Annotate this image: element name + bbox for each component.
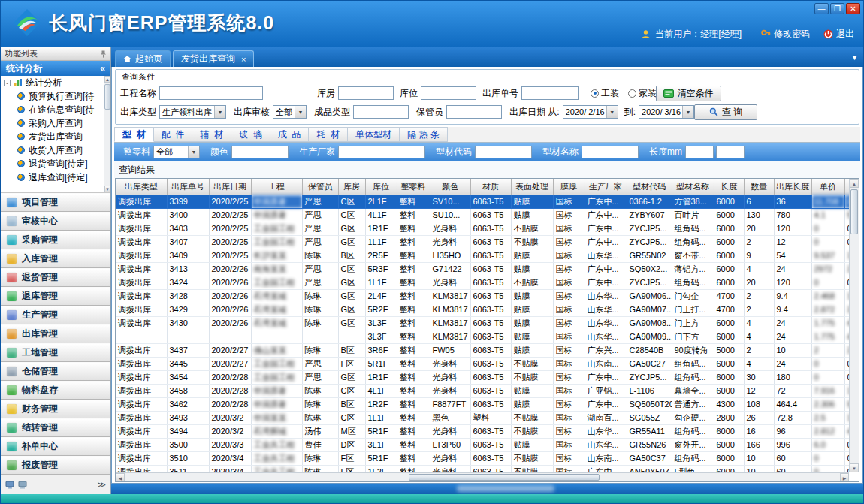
table-row[interactable]: 3L3F整料KLM38176063-T5贴膜国标山东华...GA90M09...… [116,330,849,343]
whole-part-select[interactable]: 全部▼ [153,146,200,158]
tree-item-1[interactable]: 在途信息查询[待 [1,103,104,116]
sidebar-item-7[interactable]: 出库管理 [1,324,110,343]
audit-select[interactable]: 全部▼ [273,105,307,119]
vertical-scrollbar[interactable]: ▲ ▼ [849,179,859,472]
tree-item-2[interactable]: 采购入库查询 [1,116,104,130]
project-name-input[interactable] [159,86,263,100]
column-header[interactable]: 长度 [714,179,744,195]
table-row[interactable]: 调拨出库34072020/2/25工业园工程严思G区1L1F整料光身料6063-… [116,235,849,249]
length-min-input[interactable] [685,146,714,158]
scroll-down-icon[interactable]: ▼ [850,463,859,472]
table-row[interactable]: 调拨出库34932020/3/2华润某某陈琳C区1L1F整料黑色塑料不贴膜国标湖… [116,411,849,424]
tree-expander-icon[interactable]: - [4,80,11,86]
tree-item-0[interactable]: 预算执行查询[待 [1,89,104,103]
tree-item-5[interactable]: 退货查询[待定] [1,157,104,171]
change-password-link[interactable]: 修改密码 [761,28,810,41]
table-row[interactable]: 调拨出库34242020/2/26工业园工程严思G区1L1F整料光身料6063-… [116,276,849,289]
table-row[interactable]: 调拨出库34032020/2/25工业园工程严思G区1R1F整料光身料6063-… [116,222,849,235]
table-row[interactable]: 调拨出库34452020/2/27工业园工程严思F区5R1F整料光身料6063-… [116,357,849,370]
tab-shipment-outbound-query[interactable]: 发货出库查询 × [173,50,254,67]
sidebar-item-3[interactable]: 入库管理 [1,249,110,268]
column-header[interactable]: 生产厂家 [585,179,627,195]
table-row[interactable]: 调拨出库34622020/2/28华润原著陈琳B区1R2F整料F8877FT60… [116,397,849,411]
sidebar-item-6[interactable]: 生产管理 [1,306,110,324]
sidebar-item-10[interactable]: 物料盘存 [1,381,110,400]
table-row[interactable]: 调拨出库34282020/2/26石湾某城陈琳G区2L4F整料KLM381760… [116,289,849,303]
column-header[interactable]: 单价 [811,179,844,195]
sidebar-item-12[interactable]: 结转管理 [1,418,110,437]
scroll-left-icon[interactable]: ◀ [116,473,125,481]
logout-link[interactable]: 退出 [823,28,854,41]
keeper-input[interactable] [446,105,502,119]
scrollbar-thumb[interactable] [409,474,600,481]
column-header[interactable]: 整零料 [397,179,430,195]
column-header[interactable]: 颜色 [430,179,470,195]
tree-item-4[interactable]: 收货入库查询 [1,143,104,157]
tab-home[interactable]: 起始页 [115,50,171,67]
column-header[interactable]: 库房 [338,179,365,195]
warehouse-input[interactable] [338,86,394,100]
column-header[interactable]: 型材代码 [627,179,672,195]
clear-conditions-button[interactable]: 清空条件 [656,86,721,101]
column-header[interactable]: 库位 [365,179,397,195]
column-header[interactable]: 膜厚 [553,179,585,195]
sidebar-item-2[interactable]: 采购管理 [1,231,110,249]
tree-scrollbar[interactable]: ▲ ▼ [104,76,110,192]
sidebar-item-1[interactable]: 审核中心 [1,212,110,231]
scroll-down-icon[interactable]: ▼ [104,186,110,192]
scroll-up-icon[interactable]: ▲ [850,179,859,188]
table-row[interactable]: 调拨出库34372020/2/27佛山某某陈琳B区3R6F整料FW056063-… [116,343,849,357]
tree-item-3[interactable]: 发货出库查询 [1,130,104,143]
table-row[interactable]: 调拨出库35102020/3/4工业共工程陈琳F区5R1F整料光身料6063-T… [116,451,849,465]
table-row[interactable]: 调拨出库35002020/3/3工业共工程曹佳D区3L1F整料LT3P60606… [116,438,849,451]
profile-code-input[interactable] [475,146,532,158]
table-row[interactable]: 调拨出库34942020/3/2石湾辉城汤伟M区5R1F整料光身料6063-T5… [116,424,849,438]
table-row[interactable]: 调拨出库34582020/2/28华润原著陈琳C区4L1F整料光身料6063-T… [116,384,849,397]
material-tab-6[interactable]: 单体型材 [348,127,400,142]
material-tab-3[interactable]: 玻 璃 [231,127,270,142]
column-header[interactable]: 数量 [744,179,774,195]
location-input[interactable] [421,86,476,100]
scrollbar-thumb[interactable] [104,84,110,110]
monitor-icon[interactable] [5,481,14,489]
minimize-button[interactable]: — [814,3,829,14]
column-header[interactable]: 型材名称 [672,179,714,195]
scrollbar-thumb[interactable] [850,189,858,234]
material-tab-0[interactable]: 型 材 [114,127,154,142]
date-to-picker[interactable]: 2020/ 3/16▼ [639,105,694,119]
tab-overflow-icon[interactable]: ▼ [851,54,858,62]
scroll-right-icon[interactable]: ▶ [840,473,849,481]
sidebar-item-11[interactable]: 财务管理 [1,400,110,418]
sidebar-item-14[interactable]: 报废管理 [1,456,110,475]
monitor-icon[interactable] [18,481,27,489]
search-button[interactable]: 查 询 [694,104,757,120]
material-tab-5[interactable]: 耗 材 [309,127,348,142]
tree-item-6[interactable]: 退库查询[待定] [1,171,104,184]
sidebar-item-0[interactable]: 项目管理 [1,193,110,212]
column-header[interactable]: 出库单号 [167,179,209,195]
tree-root[interactable]: - 统计分析 [1,76,104,89]
maximize-button[interactable]: ❐ [830,3,844,14]
material-tab-4[interactable]: 成 品 [270,127,310,142]
color-input[interactable] [231,146,289,158]
table-row[interactable]: 调拨出库34292020/2/26石湾某城陈琳G区5R2F整料KLM381760… [116,303,849,316]
sidebar-item-9[interactable]: 仓储管理 [1,362,110,381]
column-header[interactable]: 出库日期 [209,179,251,195]
radio-gongzhuang[interactable] [591,89,599,98]
scroll-up-icon[interactable]: ▲ [104,76,110,83]
column-header[interactable]: 表面处理 [511,179,553,195]
column-header[interactable]: 出库长度 [774,179,811,195]
table-row[interactable]: 调拨出库34542020/2/28工业园工程严思G区1R1F整料光身料6063-… [116,370,849,384]
table-row[interactable]: 调拨出库34132020/2/26南海某某严思C区5R3F整料G71422606… [116,262,849,276]
maker-input[interactable] [338,146,425,158]
column-header[interactable]: 材质 [470,179,511,195]
length-max-input[interactable] [716,146,745,158]
date-from-picker[interactable]: 2020/ 2/16▼ [563,105,618,119]
table-row[interactable]: 调拨出库35112020/3/4工业共工程陈琳F区1L2F整料光身料6063-T… [116,465,849,472]
sidebar-item-8[interactable]: 工地管理 [1,343,110,362]
table-row[interactable]: 调拨出库34302020/2/26石湾某城陈琳G区3L3F整料KLM381760… [116,316,849,330]
sidebar-item-5[interactable]: 退库管理 [1,287,110,306]
radio-jiazhuang[interactable] [628,89,636,98]
order-no-input[interactable] [521,86,579,100]
stats-section-header[interactable]: 统计分析 « [1,61,110,76]
